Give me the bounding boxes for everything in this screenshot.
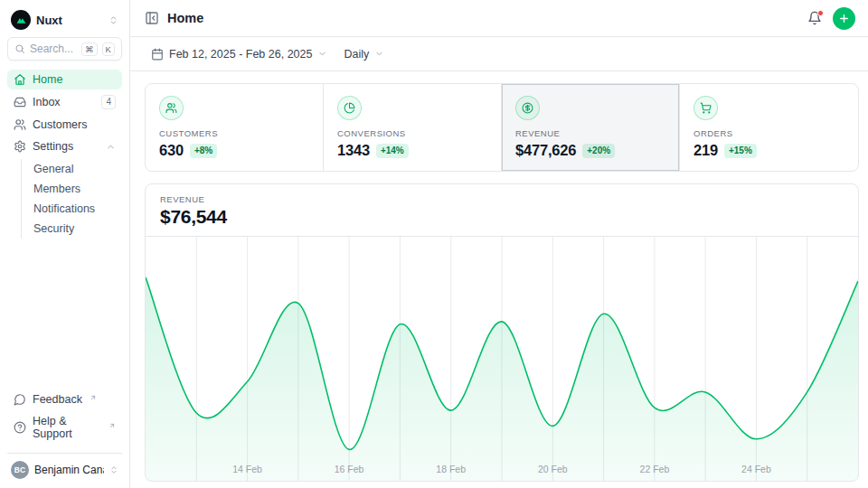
sidebar-item-general[interactable]: General [22, 159, 122, 179]
date-range-picker[interactable]: Feb 12, 2025 - Feb 26, 2025 [145, 44, 334, 64]
svg-text:18 Feb: 18 Feb [436, 464, 466, 474]
svg-text:24 Feb: 24 Feb [741, 464, 771, 474]
svg-text:16 Feb: 16 Feb [335, 464, 364, 474]
stat-customers[interactable]: CUSTOMERS 630 +8% [146, 84, 324, 171]
svg-text:22 Feb: 22 Feb [640, 464, 670, 474]
page-title: Home [167, 11, 203, 25]
sidebar-item-settings[interactable]: Settings [7, 136, 122, 156]
message-circle-icon [14, 393, 26, 406]
stat-delta-badge: +8% [190, 144, 217, 158]
users-icon [159, 96, 184, 120]
page-header: Home [130, 0, 868, 37]
kbd-cmd: ⌘ [81, 42, 98, 56]
revenue-chart-card: REVENUE $76,544 14 Feb16 Feb18 Feb20 Feb… [145, 183, 859, 482]
chart-header: REVENUE $76,544 [146, 184, 858, 237]
revenue-chart-plot: 14 Feb16 Feb18 Feb20 Feb22 Feb24 Feb [146, 237, 858, 481]
chart-metric-value: $76,544 [160, 206, 844, 228]
stat-conversions[interactable]: CONVERSIONS 1343 +14% [324, 84, 502, 171]
sidebar-item-label: Inbox [33, 96, 61, 108]
stats-row: CUSTOMERS 630 +8% CONVERSIONS 1343 +14% [145, 83, 859, 172]
sidebar-search[interactable]: ⌘ K [7, 37, 122, 61]
chevrons-up-down-icon [109, 465, 118, 474]
sidebar-item-home[interactable]: Home [7, 70, 122, 89]
stat-label: CONVERSIONS [337, 128, 487, 138]
footer-link-label: Help & Support [33, 415, 101, 440]
footer-link-label: Feedback [33, 393, 82, 406]
main-area: Home Feb 12, 2025 - Feb 26, 2025 Daily [130, 0, 868, 488]
help-support-link[interactable]: Help & Support [7, 411, 122, 444]
user-menu[interactable]: BC Benjamin Canac [7, 453, 122, 481]
svg-text:20 Feb: 20 Feb [538, 464, 568, 474]
circle-help-icon [14, 421, 26, 434]
sidebar-collapse-icon[interactable] [145, 11, 159, 25]
stat-value: 630 [159, 142, 184, 159]
sidebar-item-notifications[interactable]: Notifications [22, 199, 122, 219]
shopping-cart-icon [693, 96, 718, 120]
filters-toolbar: Feb 12, 2025 - Feb 26, 2025 Daily [130, 37, 868, 71]
sidebar-item-label: Customers [33, 118, 87, 131]
revenue-area-chart: 14 Feb16 Feb18 Feb20 Feb22 Feb24 Feb [146, 237, 858, 481]
stat-value: 219 [693, 142, 718, 159]
chevron-down-icon [317, 49, 327, 59]
chart-pie-icon [337, 96, 362, 120]
stat-label: REVENUE [515, 128, 665, 138]
stat-revenue[interactable]: REVENUE $477,626 +20% [502, 84, 680, 171]
search-input[interactable] [30, 42, 77, 55]
dashboard-content: CUSTOMERS 630 +8% CONVERSIONS 1343 +14% [130, 71, 868, 488]
add-button[interactable] [833, 7, 855, 30]
sidebar-item-inbox[interactable]: Inbox 4 [7, 91, 122, 113]
period-select[interactable]: Daily [337, 44, 391, 64]
sidebar-footer: Feedback Help & Support BC Benjamin Cana… [7, 389, 122, 481]
sidebar-item-label: Home [33, 73, 62, 86]
chevrons-up-down-icon[interactable] [108, 15, 118, 25]
external-link-icon [90, 394, 97, 401]
brand-name: Nuxt [36, 14, 103, 27]
chevron-up-icon [106, 142, 116, 152]
avatar: BC [11, 461, 29, 479]
stat-value: $477,626 [515, 142, 576, 159]
dollar-circle-icon [515, 96, 540, 120]
stat-delta-badge: +15% [724, 144, 757, 158]
header-actions [807, 7, 855, 30]
kbd-k: K [102, 42, 115, 56]
notifications-button[interactable] [807, 11, 822, 25]
stat-orders[interactable]: ORDERS 219 +15% [680, 84, 858, 171]
calendar-icon [151, 48, 164, 61]
stat-value: 1343 [337, 142, 370, 159]
stat-delta-badge: +20% [582, 144, 615, 158]
sidebar: Nuxt ⌘ K Home Inbox 4 [0, 0, 130, 488]
period-label: Daily [344, 48, 369, 61]
search-icon [14, 43, 25, 54]
nuxt-logo-icon [11, 10, 31, 30]
external-link-icon [108, 422, 116, 429]
sidebar-item-members[interactable]: Members [22, 179, 122, 199]
user-name: Benjamin Canac [34, 464, 104, 476]
sidebar-nav: Home Inbox 4 Customers Settings Ge [7, 70, 122, 240]
inbox-count-badge: 4 [101, 95, 116, 109]
gear-icon [14, 140, 26, 153]
sidebar-spacer [7, 240, 122, 389]
sidebar-item-customers[interactable]: Customers [7, 115, 122, 135]
plus-icon [838, 13, 850, 24]
notification-dot [817, 10, 824, 16]
house-icon [14, 73, 26, 86]
users-icon [14, 118, 26, 131]
team-switcher[interactable]: Nuxt [7, 7, 122, 37]
chart-metric-label: REVENUE [160, 194, 844, 204]
stat-delta-badge: +14% [376, 144, 409, 158]
stat-label: CUSTOMERS [159, 128, 309, 138]
stat-label: ORDERS [693, 128, 844, 138]
chevron-down-icon [374, 49, 384, 59]
sidebar-item-security[interactable]: Security [22, 219, 122, 239]
sidebar-item-label: Settings [33, 140, 73, 153]
svg-text:14 Feb: 14 Feb [232, 464, 262, 474]
inbox-icon [14, 96, 26, 108]
settings-subnav: General Members Notifications Security [21, 159, 122, 239]
feedback-link[interactable]: Feedback [7, 389, 122, 409]
date-range-label: Feb 12, 2025 - Feb 26, 2025 [169, 48, 312, 61]
